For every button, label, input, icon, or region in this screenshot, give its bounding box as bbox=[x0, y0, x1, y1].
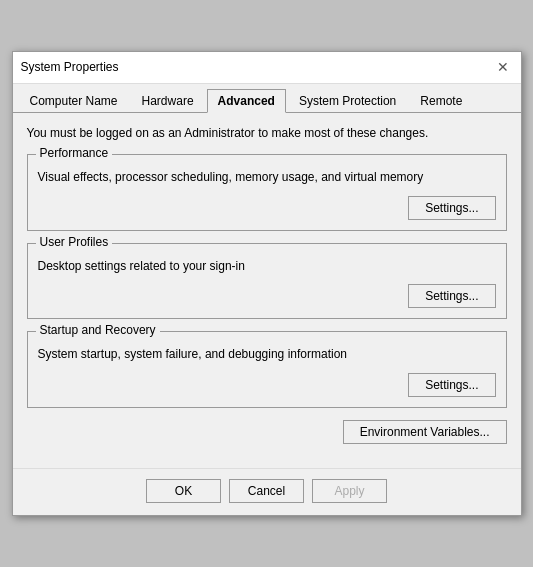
startup-recovery-desc: System startup, system failure, and debu… bbox=[38, 346, 496, 363]
tab-remote[interactable]: Remote bbox=[409, 89, 473, 113]
close-button[interactable]: ✕ bbox=[493, 57, 513, 77]
performance-desc: Visual effects, processor scheduling, me… bbox=[38, 169, 496, 186]
env-variables-row: Environment Variables... bbox=[27, 420, 507, 444]
user-profiles-section: User Profiles Desktop settings related t… bbox=[27, 243, 507, 320]
environment-variables-button[interactable]: Environment Variables... bbox=[343, 420, 507, 444]
startup-recovery-section: Startup and Recovery System startup, sys… bbox=[27, 331, 507, 408]
performance-settings-button[interactable]: Settings... bbox=[408, 196, 495, 220]
ok-button[interactable]: OK bbox=[146, 479, 221, 503]
tab-system-protection[interactable]: System Protection bbox=[288, 89, 407, 113]
performance-legend: Performance bbox=[36, 146, 113, 160]
user-profiles-legend: User Profiles bbox=[36, 235, 113, 249]
user-profiles-body: Desktop settings related to your sign-in… bbox=[28, 244, 506, 319]
title-bar: System Properties ✕ bbox=[13, 52, 521, 84]
user-profiles-settings-row: Settings... bbox=[38, 284, 496, 308]
startup-recovery-settings-button[interactable]: Settings... bbox=[408, 373, 495, 397]
tab-hardware[interactable]: Hardware bbox=[131, 89, 205, 113]
performance-settings-row: Settings... bbox=[38, 196, 496, 220]
startup-recovery-body: System startup, system failure, and debu… bbox=[28, 332, 506, 407]
window-title: System Properties bbox=[21, 60, 119, 74]
bottom-bar: OK Cancel Apply bbox=[13, 468, 521, 515]
apply-button[interactable]: Apply bbox=[312, 479, 387, 503]
startup-recovery-legend: Startup and Recovery bbox=[36, 323, 160, 337]
user-profiles-desc: Desktop settings related to your sign-in bbox=[38, 258, 496, 275]
performance-section: Performance Visual effects, processor sc… bbox=[27, 154, 507, 231]
tab-computer-name[interactable]: Computer Name bbox=[19, 89, 129, 113]
user-profiles-settings-button[interactable]: Settings... bbox=[408, 284, 495, 308]
admin-notice: You must be logged on as an Administrato… bbox=[27, 125, 507, 142]
performance-body: Visual effects, processor scheduling, me… bbox=[28, 155, 506, 230]
startup-recovery-settings-row: Settings... bbox=[38, 373, 496, 397]
tab-bar: Computer Name Hardware Advanced System P… bbox=[13, 84, 521, 113]
system-properties-window: System Properties ✕ Computer Name Hardwa… bbox=[12, 51, 522, 516]
cancel-button[interactable]: Cancel bbox=[229, 479, 304, 503]
tab-content: You must be logged on as an Administrato… bbox=[13, 113, 521, 468]
tab-advanced[interactable]: Advanced bbox=[207, 89, 286, 113]
